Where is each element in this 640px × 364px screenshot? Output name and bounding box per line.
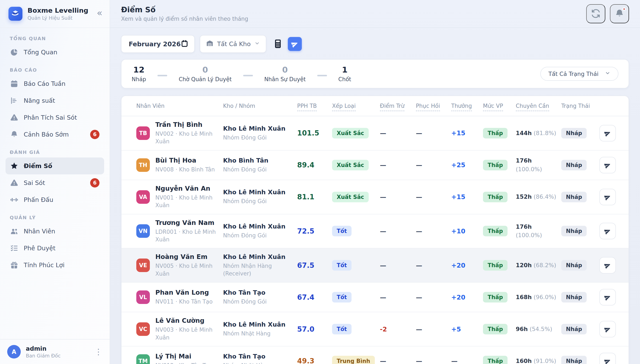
- sidebar-collapse-icon[interactable]: «: [97, 8, 102, 19]
- grade-cell: Xuất Sắc: [332, 192, 380, 202]
- status-cell: Nháp: [561, 324, 599, 334]
- bonus-value: —: [451, 357, 483, 364]
- table-row[interactable]: VANguyễn Văn AnNV001 · Kho Lê Minh XuânK…: [121, 180, 628, 214]
- avatar: VL: [136, 290, 150, 304]
- table-row[interactable]: TMLý Thị MaiNV012 · Kho Tân TạoKho Tân T…: [121, 346, 628, 364]
- col-header-diem-tru[interactable]: Điểm Trừ: [380, 103, 416, 109]
- sidebar-item-canh-bao-som[interactable]: Cảnh Báo Sớm6: [6, 126, 104, 143]
- status-filter[interactable]: Tất Cả Trạng Thái: [540, 67, 618, 81]
- page-subtitle: Xem và quản lý điểm số nhân viên theo th…: [121, 16, 248, 22]
- sidebar-item-nhan-vien[interactable]: Nhân Viên: [6, 223, 104, 240]
- employee-name: Lê Văn Cường: [155, 317, 223, 324]
- submit-row-button[interactable]: [599, 289, 616, 306]
- col-header-phuc-hoi[interactable]: Phục Hồi: [416, 103, 451, 109]
- table-row[interactable]: VCLê Văn CườngNV003 · Kho Lê Minh XuânKh…: [121, 312, 628, 346]
- avatar: TH: [136, 158, 150, 172]
- employee-meta: Lý Thị MaiNV012 · Kho Tân Tạo: [155, 352, 213, 364]
- deduction-value: —: [380, 161, 416, 169]
- table-row[interactable]: TBTrần Thị BìnhNV002 · Kho Lê Minh XuânK…: [121, 116, 628, 150]
- user-avatar: A: [7, 345, 21, 358]
- employee-cell: VEHoàng Văn EmNV005 · Kho Lê Minh Xuân: [136, 253, 223, 278]
- employee-cell: VLPhan Văn LongNV011 · Kho Tân Tạo: [136, 289, 223, 306]
- table-row[interactable]: VEHoàng Văn EmNV005 · Kho Lê Minh XuânKh…: [121, 248, 628, 282]
- sidebar-item-sai-sot[interactable]: Sai Sót6: [6, 174, 104, 191]
- attendance-percent: (100.0%): [516, 232, 542, 238]
- employee-cell: VNTrương Văn NamLDR001 · Kho Lê Minh Xuâ…: [136, 219, 223, 244]
- status-badge: Nháp: [561, 356, 587, 364]
- status-summary-card: 12Nháp0Chờ Quản Lý Duyệt0Nhân Sự Duyệt1C…: [121, 59, 629, 88]
- col-header-thuong[interactable]: Thưởng: [451, 103, 483, 109]
- notifications-button[interactable]: [610, 4, 629, 23]
- bell-icon: [10, 130, 18, 138]
- stat-separator: [317, 75, 327, 76]
- table-row[interactable]: THBùi Thị HoaNV008 · Kho Bình TânKho Bìn…: [121, 150, 628, 180]
- submit-row-button[interactable]: [599, 257, 616, 274]
- warehouse-filter-value: Tất Cả Kho: [217, 40, 251, 48]
- warehouse-filter[interactable]: Tất Cả Kho: [200, 35, 266, 53]
- bonus-value: +10: [451, 228, 483, 235]
- header-actions: [586, 4, 629, 23]
- bonus-value: +25: [451, 161, 483, 169]
- sidebar-item-diem-so[interactable]: Điểm Số: [6, 158, 104, 174]
- col-header-pph-tb[interactable]: PPH TB: [297, 103, 332, 109]
- attendance-percent: (81.8%): [532, 130, 556, 136]
- attendance-cell: 96h (54.5%): [516, 325, 559, 334]
- grade-badge: Tốt: [332, 226, 351, 236]
- violation-cell: Thấp: [483, 292, 516, 302]
- sidebar-item-tong-quan[interactable]: Tổng Quan: [6, 44, 104, 61]
- submit-row-button[interactable]: [599, 189, 616, 205]
- col-header-chuyen-can[interactable]: Chuyên Cần: [516, 103, 561, 109]
- user-menu-kebab-icon[interactable]: ⋮: [94, 347, 102, 356]
- attendance-hours: 160h: [516, 358, 532, 364]
- deduction-value: —: [380, 193, 416, 200]
- sidebar-item-nang-suat[interactable]: Năng suất: [6, 92, 104, 109]
- attendance-percent: (54.5%): [528, 326, 552, 332]
- col-header-muc-vp[interactable]: Mức VP: [483, 103, 516, 109]
- submit-row-button[interactable]: [599, 157, 616, 173]
- status-cell: Nháp: [561, 356, 599, 364]
- sidebar-item-label: Phê Duyệt: [24, 244, 56, 252]
- main-area: Điểm Số Xem và quản lý điểm số nhân viên…: [110, 0, 640, 364]
- table-row[interactable]: VLPhan Văn LongNV011 · Kho Tân TạoKho Tâ…: [121, 282, 628, 312]
- sidebar-header: Boxme Levelling Quản Lý Hiệu Suất «: [0, 0, 110, 28]
- col-header-xep-loai[interactable]: Xếp Loại: [332, 103, 380, 109]
- submit-row-button[interactable]: [599, 223, 616, 239]
- month-picker[interactable]: February 2026: [121, 35, 195, 53]
- sidebar-item-phan-dau[interactable]: Phấn Đấu: [6, 191, 104, 208]
- warehouse-name: Kho Lê Minh Xuân: [223, 125, 297, 132]
- employee-id: NV012 · Kho Tân Tạo: [155, 362, 213, 364]
- sidebar-item-tinh-phuc-loi[interactable]: Tính Phúc Lợi: [6, 256, 104, 274]
- deduction-value: —: [380, 262, 416, 269]
- alert-triangle-icon: [10, 179, 18, 187]
- violation-badge: Thấp: [483, 160, 508, 170]
- attendance-hours: 96h: [516, 326, 528, 332]
- notification-badge: 6: [90, 178, 99, 188]
- violation-cell: Thấp: [483, 192, 516, 202]
- calculate-button[interactable]: [273, 38, 283, 50]
- submit-row-button[interactable]: [599, 321, 616, 337]
- chevron-down-icon: [605, 70, 610, 77]
- submit-row-button[interactable]: [599, 125, 616, 142]
- sidebar-item-phe-duyet[interactable]: Phê Duyệt: [6, 240, 104, 256]
- attendance-percent: (100.0%): [516, 166, 542, 172]
- employee-id: NV003 · Kho Lê Minh Xuân: [155, 326, 223, 342]
- attendance-cell: 120h (68.2%): [516, 261, 559, 270]
- stat-value: 1: [342, 65, 347, 74]
- submit-all-button[interactable]: [288, 37, 302, 51]
- checklist-icon: [10, 244, 18, 252]
- refresh-button[interactable]: [586, 4, 605, 23]
- status-badge: Nháp: [561, 160, 587, 170]
- sidebar-item-bao-cao-tuan[interactable]: Báo Cáo Tuần: [6, 75, 104, 92]
- submit-row-button[interactable]: [599, 353, 616, 364]
- bonus-value: +15: [451, 129, 483, 137]
- pph-value: 101.5: [297, 129, 332, 137]
- brand-block: Boxme Levelling Quản Lý Hiệu Suất: [28, 7, 88, 21]
- stat-label: Nháp: [132, 76, 146, 82]
- sidebar-footer: A admin Ban Giám Đốc ⋮: [0, 339, 110, 364]
- warehouse-name: Kho Bình Tân: [223, 157, 297, 164]
- table-row[interactable]: VNTrương Văn NamLDR001 · Kho Lê Minh Xuâ…: [121, 214, 628, 248]
- sidebar-item-phan-tich-sai-sot[interactable]: Phân Tích Sai Sót: [6, 109, 104, 126]
- grade-badge: Xuất Sắc: [332, 192, 369, 202]
- calendar-icon: [10, 80, 18, 88]
- brand-title: Boxme Levelling: [28, 7, 88, 14]
